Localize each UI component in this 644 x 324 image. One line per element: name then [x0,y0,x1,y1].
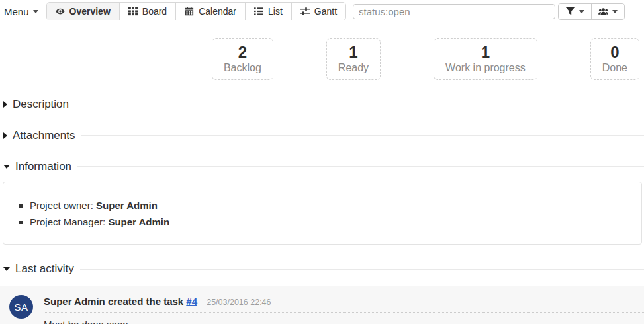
section-title: Attachments [13,129,75,142]
users-icon [598,7,608,17]
activity-timestamp: 25/03/2016 22:46 [207,298,271,307]
stat-label: Ready [338,62,369,74]
list-item: Project owner: Super Admin [30,197,641,214]
list-item: Project Manager: Super Admin [30,214,641,231]
expand-arrow-icon [3,267,10,271]
calendar-icon [185,7,194,16]
info-value: Super Admin [96,200,158,211]
stat-count: 0 [602,43,627,61]
stat-count: 2 [224,43,261,61]
stat-count: 1 [338,43,369,61]
activity-comment: Must be done soon [44,319,644,324]
section-header-last-activity[interactable]: Last activity [3,263,644,276]
activity-event: SA Super Admin created the task #4 25/03… [0,286,644,324]
collapse-arrow-icon [3,101,7,108]
tab-calendar[interactable]: Calendar [175,3,245,20]
toolbar: Menu Overview Board Calendar List Gantt [0,0,644,22]
tab-gantt[interactable]: Gantt [291,3,345,20]
chevron-down-icon [579,10,584,13]
information-panel: Project owner: Super Admin Project Manag… [3,182,642,245]
menu-button[interactable]: Menu [4,6,38,17]
avatar: SA [9,295,33,319]
activity-content: Super Admin created the task #4 25/03/20… [44,295,644,324]
collapse-arrow-icon [3,132,7,139]
information-list: Project owner: Super Admin Project Manag… [3,197,641,231]
tab-board[interactable]: Board [119,3,175,20]
activity-title: Super Admin created the task #4 25/03/20… [44,296,644,313]
activity-title-text: Super Admin created the task [44,296,183,307]
stat-count: 1 [445,43,526,61]
search-input[interactable] [353,4,555,19]
gantt-icon [300,7,310,16]
board-icon [128,7,138,16]
info-label: Project Manager: [30,216,105,227]
chevron-down-icon [612,10,618,13]
tab-board-label: Board [142,6,167,17]
tab-gantt-label: Gantt [314,6,337,17]
stat-box-backlog: 2 Backlog [212,38,273,80]
section-header-information[interactable]: Information [3,160,644,173]
section-divider [80,269,644,270]
section-header-attachments[interactable]: Attachments [3,129,644,142]
section-divider [77,166,644,167]
stat-label: Work in progress [445,62,526,74]
section-header-description[interactable]: Description [3,98,644,111]
section-divider [81,135,644,136]
menu-label: Menu [4,6,29,17]
filter-dropdown-button[interactable] [559,4,591,19]
view-switcher: Overview Board Calendar List Gantt [46,2,347,20]
info-value: Super Admin [108,216,169,227]
expand-arrow-icon [3,165,10,169]
stat-box-done: 0 Done [590,38,639,80]
tab-overview-label: Overview [69,6,111,17]
chevron-down-icon [33,10,38,13]
tab-overview[interactable]: Overview [47,3,119,20]
section-divider [75,104,644,104]
tab-calendar-label: Calendar [199,6,236,17]
stat-label: Backlog [224,62,261,74]
list-icon [254,7,263,16]
task-link[interactable]: #4 [186,296,197,307]
section-title: Last activity [15,263,74,276]
info-label: Project owner: [30,200,93,211]
eye-icon [56,7,65,16]
filter-dropdown-group [558,3,625,20]
filter-icon [565,7,575,17]
stat-box-work-in-progress: 1 Work in progress [434,38,537,80]
section-title: Description [13,98,69,111]
section-title: Information [15,160,71,173]
column-stats-row: 2 Backlog 1 Ready 1 Work in progress 0 D… [0,38,644,80]
users-dropdown-button[interactable] [591,4,624,19]
tab-list-label: List [268,6,283,17]
stat-label: Done [602,62,627,74]
stat-box-ready: 1 Ready [326,38,381,80]
tab-list[interactable]: List [245,3,291,20]
